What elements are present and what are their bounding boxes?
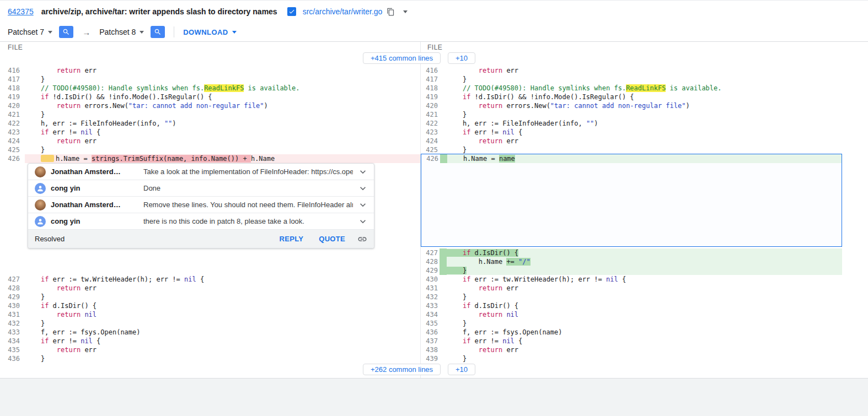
code-line: 435 return err — [0, 345, 420, 354]
line-number[interactable]: 438 — [421, 345, 447, 354]
line-number[interactable]: 433 — [0, 328, 25, 337]
line-number[interactable]: 434 — [0, 337, 25, 345]
line-number[interactable]: 434 — [421, 310, 447, 319]
line-number[interactable]: 428 — [0, 284, 25, 293]
comment-author: cong yin — [51, 217, 143, 225]
code-text: return err — [25, 66, 420, 75]
left-patchset-label: Patchset 7 — [8, 28, 44, 36]
right-code-block-top: 416 return err417 }418 // TODO(#49580): … — [421, 66, 842, 154]
code-text: if err != nil { — [25, 128, 420, 137]
line-number[interactable]: 419 — [421, 93, 447, 101]
selected-region-box[interactable]: 426 h.Name = name — [421, 154, 842, 247]
file-path-link[interactable]: src/archive/tar/writer.go — [303, 7, 383, 16]
comment-row[interactable]: Jonathan Amsterd…Take a look at the impl… — [28, 164, 374, 180]
code-line: 426 h.Name = name — [421, 154, 842, 163]
page-bottom-area — [0, 378, 868, 416]
line-number[interactable]: 427 — [0, 275, 25, 284]
chevron-down-icon[interactable] — [357, 183, 368, 194]
line-number[interactable]: 417 — [421, 75, 447, 84]
comment-row[interactable]: cong yinthere is no this code in patch 8… — [28, 213, 374, 230]
line-number[interactable]: 429 — [0, 293, 25, 301]
code-text: f, err := fsys.Open(name) — [447, 328, 842, 337]
code-line: 418 // TODO(#49580): Handle symlinks whe… — [421, 84, 842, 93]
line-number[interactable]: 431 — [421, 284, 447, 293]
line-number[interactable]: 439 — [421, 354, 447, 363]
line-number[interactable]: 432 — [421, 293, 447, 301]
code-text: if err := tw.WriteHeader(h); err != nil … — [447, 275, 842, 284]
expand-more-bottom-button[interactable]: +10 — [448, 364, 475, 375]
permalink-button[interactable] — [357, 234, 367, 244]
download-button[interactable]: DOWNLOAD — [183, 28, 236, 36]
chevron-down-icon[interactable] — [357, 216, 368, 227]
patchset-toolbar: Patchset 7 → Patchset 8 DOWNLOAD — [0, 23, 868, 42]
reply-button[interactable]: REPLY — [280, 235, 304, 243]
copy-path-button[interactable] — [387, 8, 395, 16]
line-number[interactable]: 425 — [421, 145, 447, 154]
file-dropdown-button[interactable] — [399, 10, 408, 13]
line-number[interactable]: 436 — [0, 354, 25, 363]
line-number[interactable]: 429 — [421, 266, 447, 275]
code-text: // TODO(#49580): Handle symlinks when fs… — [447, 84, 842, 93]
chevron-down-icon[interactable] — [357, 199, 368, 210]
code-line: 419 if !d.IsDir() && !info.Mode().IsRegu… — [421, 93, 842, 101]
right-patchset-select[interactable]: Patchset 8 — [99, 28, 144, 36]
line-number[interactable]: 426 — [421, 154, 447, 163]
code-line: 425 } — [0, 145, 420, 154]
chain-link-icon — [357, 234, 367, 244]
line-number[interactable]: 436 — [421, 328, 447, 337]
line-number[interactable]: 437 — [421, 337, 447, 345]
line-number[interactable]: 418 — [421, 84, 447, 93]
code-line: 428 h.Name += "/" — [421, 257, 842, 266]
code-line: 438 return err — [421, 345, 842, 354]
line-number[interactable]: 416 — [0, 66, 25, 75]
line-number[interactable]: 430 — [421, 275, 447, 284]
line-number[interactable]: 425 — [0, 145, 25, 154]
line-number[interactable]: 421 — [0, 110, 25, 119]
file-reviewed-checkbox[interactable] — [287, 7, 296, 16]
line-number[interactable]: 422 — [0, 119, 25, 128]
line-number[interactable]: 424 — [0, 137, 25, 145]
line-number[interactable]: 432 — [0, 319, 25, 328]
line-number[interactable]: 424 — [421, 137, 447, 145]
expand-common-lines-bottom-button[interactable]: +262 common lines — [363, 364, 441, 375]
line-number[interactable]: 422 — [421, 119, 447, 128]
line-number[interactable]: 417 — [0, 75, 25, 84]
avatar — [35, 216, 46, 227]
comment-row[interactable]: Jonathan Amsterd…Remove these lines. You… — [28, 197, 374, 213]
expand-common-lines-top-button[interactable]: +415 common lines — [363, 52, 441, 64]
quote-button[interactable]: QUOTE — [319, 235, 345, 243]
code-line: 423 if err != nil { — [421, 128, 842, 137]
left-patchset-search-button[interactable] — [59, 26, 73, 38]
line-number[interactable]: 421 — [421, 110, 447, 119]
line-number[interactable]: 427 — [421, 248, 447, 257]
line-number[interactable]: 420 — [0, 101, 25, 110]
comment-author: Jonathan Amsterd… — [51, 168, 143, 176]
left-patchset-select[interactable]: Patchset 7 — [8, 28, 52, 36]
line-number[interactable]: 419 — [0, 93, 25, 101]
comment-row[interactable]: cong yinDone — [28, 180, 374, 197]
triangle-down-icon — [232, 31, 237, 34]
line-number[interactable]: 435 — [421, 319, 447, 328]
chevron-down-icon[interactable] — [357, 166, 368, 177]
line-number[interactable]: 423 — [0, 128, 25, 137]
right-patchset-search-button[interactable] — [151, 26, 165, 38]
change-number-link[interactable]: 642375 — [8, 7, 34, 16]
code-line: 429 } — [421, 266, 842, 275]
line-number[interactable]: 430 — [0, 301, 25, 310]
code-text: if err := tw.WriteHeader(h); err != nil … — [25, 275, 420, 284]
line-number[interactable]: 428 — [421, 257, 447, 266]
code-line: 420 return errors.New("tar: cannot add n… — [0, 101, 420, 110]
line-number[interactable]: 435 — [0, 345, 25, 354]
line-number[interactable]: 420 — [421, 101, 447, 110]
line-number[interactable]: 423 — [421, 128, 447, 137]
line-number[interactable]: 433 — [421, 301, 447, 310]
comment-thread-marker[interactable] — [41, 155, 54, 162]
code-line: 418 // TODO(#49580): Handle symlinks whe… — [0, 84, 420, 93]
avatar — [35, 166, 46, 177]
code-text: } — [25, 293, 420, 301]
line-number[interactable]: 416 — [421, 66, 447, 75]
line-number[interactable]: 426 — [0, 154, 25, 163]
line-number[interactable]: 418 — [0, 84, 25, 93]
line-number[interactable]: 431 — [0, 310, 25, 319]
expand-more-top-button[interactable]: +10 — [448, 52, 475, 64]
